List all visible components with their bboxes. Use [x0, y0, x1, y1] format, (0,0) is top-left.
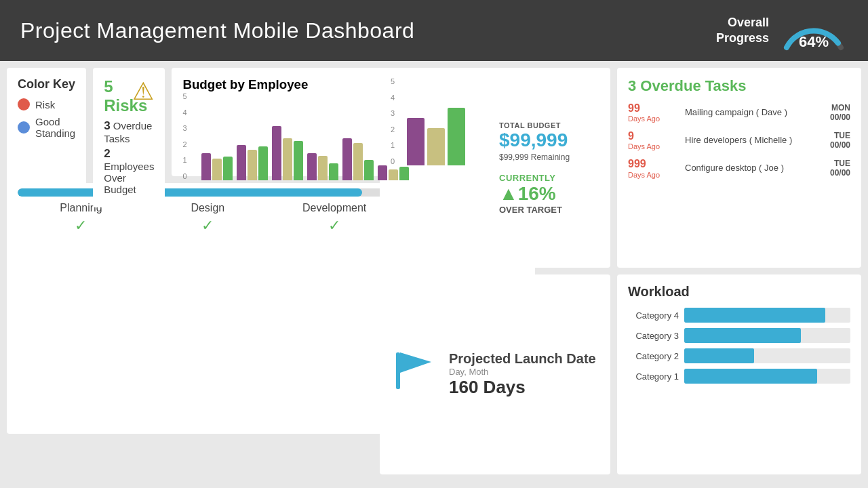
workload-cat3-label: Category 3: [628, 331, 679, 341]
mini-bar-chart: [391, 77, 494, 165]
planning-check-icon: ✓: [18, 217, 144, 235]
budget-numbers: TOTAL BUDGET $99,999 $99,999 Remaining C…: [496, 77, 599, 258]
workload-bar-1: [684, 369, 850, 384]
overdue-tasks-card: 3 Overdue Tasks 99 Days Ago Mailing camp…: [617, 68, 861, 268]
bar-group-1: [201, 153, 233, 180]
key-risk-label: Risk: [35, 99, 55, 110]
workload-cat2-label: Category 2: [628, 351, 679, 361]
risks-card: ⚠ 5 Risks 3 Overdue Tasks 2 Employees Ov…: [93, 68, 165, 207]
left-column: Color Key Risk GoodStanding ⚠ 5 Risks 3 …: [7, 68, 373, 474]
key-good-label: GoodStanding: [35, 116, 75, 139]
good-dot-icon: [18, 121, 30, 134]
flag-icon: [391, 347, 438, 403]
task-3-days: 999 Days Ago: [628, 157, 682, 178]
over-target-label: OVER TARGET: [499, 205, 597, 215]
task-3-date: TUE 00/00: [810, 159, 850, 178]
workload-cat1-label: Category 1: [628, 371, 679, 382]
task-1-date: MON 00/00: [810, 103, 850, 122]
phase-bar-fill: [18, 188, 362, 197]
mid-column: 012345 TOTAL BUDGET $99,999 $99,999 Rema…: [380, 68, 610, 474]
progress-gauge: 64%: [780, 10, 848, 51]
task-row-3: 999 Days Ago Configure desktop ( Joe ) T…: [628, 157, 850, 178]
workload-bar-2: [684, 348, 850, 363]
launch-info: Projected Launch Date Day, Moth 160 Days: [449, 351, 596, 398]
bar-group-3: [272, 126, 303, 180]
design-check-icon: ✓: [144, 217, 271, 235]
workload-card: Workload Category 4 Category 3 Category …: [617, 274, 861, 474]
progress-percent: 64%: [780, 33, 848, 51]
budget-summary-card: 012345 TOTAL BUDGET $99,999 $99,999 Rema…: [380, 68, 610, 268]
total-budget-value: $99,999: [499, 129, 597, 151]
overdue-tasks-item: 3 Overdue Tasks: [104, 119, 154, 144]
workload-row-2: Category 2: [628, 348, 850, 363]
budget-mini-chart: 012345: [391, 77, 494, 186]
task-2-name: Hire developers ( Michelle ): [685, 135, 807, 145]
workload-cat4-label: Category 4: [628, 310, 679, 321]
task-1-days: 99 Days Ago: [628, 102, 682, 123]
y-axis: 012345: [182, 92, 186, 180]
key-item-good: GoodStanding: [18, 116, 75, 139]
workload-title: Workload: [628, 284, 850, 300]
mini-bar-1: [407, 118, 425, 165]
task-row-2: 9 Days Ago Hire developers ( Michelle ) …: [628, 129, 850, 150]
mini-y-axis: 012345: [391, 77, 395, 165]
currently-label: CURRENTLY: [499, 173, 597, 183]
launch-title: Projected Launch Date: [449, 351, 596, 367]
bar-group-4: [307, 153, 338, 180]
task-1-name: Mailing campaign ( Dave ): [685, 107, 807, 117]
risk-dot-icon: [18, 98, 30, 110]
page-title: Project Management Mobile Dashboard: [20, 18, 414, 43]
workload-fill-2: [684, 348, 754, 363]
launch-date-card: Projected Launch Date Day, Moth 160 Days: [380, 274, 610, 474]
color-key-title: Color Key: [18, 77, 75, 92]
workload-fill-1: [684, 369, 817, 384]
over-budget-item: 2 Employees Over Budget: [104, 147, 154, 195]
remaining-label: $99,999 Remaining: [499, 152, 597, 162]
warning-icon: ⚠: [132, 77, 154, 106]
currently-pct: ▲16%: [499, 183, 597, 205]
header: Project Management Mobile Dashboard Over…: [0, 0, 868, 61]
svg-rect-0: [396, 352, 400, 389]
overdue-title: 3 Overdue Tasks: [628, 77, 850, 95]
development-check-icon: ✓: [271, 217, 398, 235]
task-2-date: TUE 00/00: [810, 131, 850, 150]
overall-progress: OverallProgress 64%: [716, 10, 848, 51]
right-column: 3 Overdue Tasks 99 Days Ago Mailing camp…: [617, 68, 861, 474]
main-grid: Color Key Risk GoodStanding ⚠ 5 Risks 3 …: [0, 61, 868, 488]
mini-bar-3: [448, 108, 465, 165]
svg-marker-1: [400, 352, 431, 373]
workload-fill-4: [684, 308, 825, 323]
workload-row-4: Category 4: [628, 308, 850, 323]
budget-chart: 012345: [182, 92, 409, 189]
bar-group-5: [342, 138, 374, 180]
bar-group-2: [237, 145, 268, 180]
progress-label: OverallProgress: [716, 15, 769, 47]
phase-development: Development ✓: [271, 202, 398, 235]
workload-bar-3: [684, 328, 850, 343]
workload-fill-3: [684, 328, 801, 343]
mini-bar-2: [427, 128, 445, 165]
workload-bar-4: [684, 308, 850, 323]
top-left-row: Color Key Risk GoodStanding ⚠ 5 Risks 3 …: [7, 68, 165, 176]
task-3-name: Configure desktop ( Joe ): [685, 163, 807, 173]
launch-days: 160 Days: [449, 377, 596, 398]
launch-sub: Day, Moth: [449, 367, 596, 377]
total-budget-label: TOTAL BUDGET: [499, 121, 597, 129]
workload-row-1: Category 1: [628, 369, 850, 384]
task-2-days: 9 Days Ago: [628, 129, 682, 150]
workload-row-3: Category 3: [628, 328, 850, 343]
task-row-1: 99 Days Ago Mailing campaign ( Dave ) MO…: [628, 102, 850, 123]
key-item-risk: Risk: [18, 98, 75, 110]
